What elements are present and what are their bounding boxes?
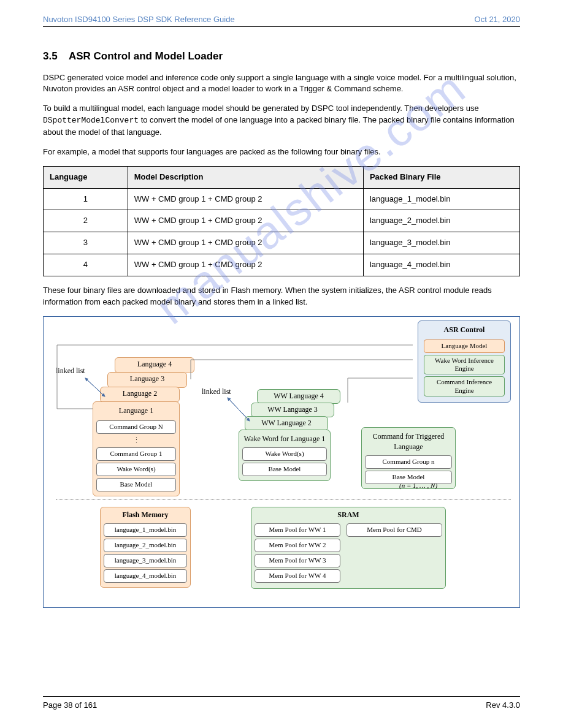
td-lang: 2	[44, 210, 128, 232]
th-desc: Model Description	[128, 166, 363, 188]
section-title: ASR Control and Model Loader	[69, 50, 223, 62]
ww-card-2: WW Language 2	[245, 416, 328, 431]
label-linked-list-2: linked list	[202, 387, 231, 397]
section-number: 3.5	[43, 50, 58, 62]
sram-box: SRAM Mem Pool for WW 1 Mem Pool for WW 2…	[251, 507, 446, 589]
th-lang: Language	[44, 166, 128, 188]
td-lang: 3	[44, 232, 128, 254]
footer-rev: Rev 4.3.0	[486, 700, 520, 710]
lang-card-2: Language 2	[100, 387, 180, 403]
ww-card-4: WW Language 4	[257, 389, 340, 404]
sram-item: Mem Pool for WW 3	[255, 554, 340, 567]
table-row: 2 WW + CMD group 1 + CMD group 2 languag…	[44, 210, 520, 232]
flash-item: language_2_model.bin	[104, 539, 187, 552]
table-row: 1 WW + CMD group 1 + CMD group 2 languag…	[44, 188, 520, 210]
lang1-item: Command Group 1	[96, 447, 176, 461]
td-lang: 4	[44, 254, 128, 276]
lang-card-4: Language 4	[115, 357, 194, 373]
architecture-figure: linked list Language 4 Language 3 Langua…	[43, 316, 520, 608]
footer-page: Page 38 of 161	[43, 700, 97, 710]
td-file: language_2_model.bin	[363, 210, 519, 232]
model-table: Language Model Description Packed Binary…	[43, 166, 520, 276]
td-file: language_3_model.bin	[363, 232, 519, 254]
flash-item: language_4_model.bin	[104, 569, 187, 583]
td-desc: WW + CMD group 1 + CMD group 2	[128, 210, 363, 232]
lang1-item-dots: ⋮	[93, 436, 179, 446]
asr-item-cmd-engine: Command Inference Engine	[424, 376, 505, 396]
header-date: Oct 21, 2020	[475, 15, 520, 24]
sram-item: Mem Pool for WW 2	[255, 539, 340, 552]
section-paragraph-3: For example, a model that supports four …	[43, 146, 520, 158]
p2-a: To build a multilingual model, each lang…	[43, 104, 479, 113]
lang-card-3: Language 3	[107, 372, 187, 388]
flash-memory-box: Flash Memory language_1_model.bin langua…	[100, 507, 191, 588]
td-file: language_4_model.bin	[363, 254, 519, 276]
table-row: 4 WW + CMD group 1 + CMD group 2 languag…	[44, 254, 520, 276]
lang-card-1: Language 1 Command Group N ⋮ Command Gro…	[93, 401, 180, 496]
page-footer: Page 38 of 161 Rev 4.3.0	[43, 694, 520, 710]
lang1-item: Command Group N	[96, 420, 176, 434]
ww-card-3: WW Language 3	[251, 403, 334, 417]
sram-item: Mem Pool for WW 4	[255, 569, 340, 583]
cmd-card-title: Command for Triggered Language	[362, 430, 455, 454]
flash-item: language_3_model.bin	[104, 554, 187, 567]
table-row: 3 WW + CMD group 1 + CMD group 2 languag…	[44, 232, 520, 254]
ww-card-1: Wake Word for Language 1 Wake Word(s) Ba…	[239, 430, 331, 481]
td-desc: WW + CMD group 1 + CMD group 2	[128, 188, 363, 210]
td-desc: WW + CMD group 1 + CMD group 2	[128, 232, 363, 254]
ww-card-1-title: Wake Word for Language 1	[239, 433, 330, 446]
sram-item-cmd: Mem Pool for CMD	[347, 523, 442, 537]
cmd-note: (n = 1, … , N)	[399, 481, 437, 491]
td-desc: WW + CMD group 1 + CMD group 2	[128, 254, 363, 276]
asr-item-language-model: Language Model	[424, 339, 505, 353]
post-table-paragraph: These four binary files are downloaded a…	[43, 285, 520, 308]
flash-item: language_1_model.bin	[104, 523, 187, 537]
sram-item: Mem Pool for WW 1	[255, 523, 340, 537]
page-content: 3.5 ASR Control and Model Loader DSPC ge…	[0, 33, 563, 608]
label-linked-list-1: linked list	[56, 366, 85, 376]
cmd-card: Command for Triggered Language Command G…	[361, 427, 456, 490]
header-doc-title: Nuvoton ISD94100 Series DSP SDK Referenc…	[43, 15, 235, 24]
section-paragraph-1: DSPC generated voice model and inference…	[43, 72, 520, 96]
td-lang: 1	[44, 188, 128, 210]
section-heading: 3.5 ASR Control and Model Loader	[43, 49, 520, 64]
asr-item-ww-engine: Wake Word Inference Engine	[424, 355, 505, 374]
sram-title: SRAM	[251, 510, 445, 521]
ww-item: Base Model	[242, 463, 327, 476]
td-file: language_1_model.bin	[363, 188, 519, 210]
lang1-item: Base Model	[96, 478, 176, 491]
p2-code: DSpotterModelConvert	[43, 116, 139, 125]
figure-separator	[56, 499, 511, 501]
ww-item: Wake Word(s)	[242, 447, 327, 461]
flash-title: Flash Memory	[101, 510, 190, 521]
th-file: Packed Binary File	[363, 166, 519, 188]
asr-title: ASR Control	[421, 325, 508, 338]
cmd-item: Command Group n	[365, 455, 452, 469]
lang1-item: Wake Word(s)	[96, 463, 176, 476]
section-paragraph-2: To build a multilingual model, each lang…	[43, 103, 520, 138]
asr-control-box: ASR Control Language Model Wake Word Inf…	[418, 320, 511, 403]
lang-card-1-title: Language 1	[93, 404, 179, 419]
page-header: Nuvoton ISD94100 Series DSP SDK Referenc…	[0, 0, 563, 33]
